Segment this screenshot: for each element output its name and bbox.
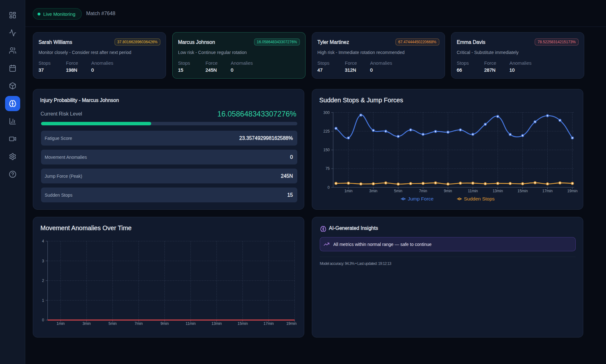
svg-text:75: 75 [325, 166, 330, 171]
svg-text:13min: 13min [492, 189, 503, 193]
svg-text:0: 0 [42, 318, 44, 322]
svg-text:0: 0 [327, 185, 330, 190]
svg-text:7min: 7min [134, 321, 143, 325]
svg-text:225: 225 [323, 129, 330, 134]
svg-text:150: 150 [323, 148, 330, 152]
svg-text:9min: 9min [161, 321, 169, 325]
svg-text:15min: 15min [237, 321, 248, 325]
svg-text:17min: 17min [264, 321, 274, 325]
svg-text:1min: 1min [344, 189, 352, 193]
svg-text:1: 1 [42, 298, 44, 302]
svg-text:19min: 19min [567, 189, 578, 193]
svg-text:1min: 1min [56, 321, 65, 325]
svg-text:19min: 19min [286, 321, 297, 325]
svg-text:5min: 5min [109, 321, 117, 325]
svg-text:11min: 11min [468, 189, 478, 193]
svg-text:5min: 5min [394, 189, 402, 193]
svg-text:9min: 9min [444, 189, 452, 193]
svg-text:2: 2 [42, 278, 44, 283]
svg-text:17min: 17min [542, 189, 553, 193]
svg-text:7min: 7min [419, 189, 427, 193]
svg-text:13min: 13min [211, 321, 222, 325]
svg-text:300: 300 [323, 110, 330, 115]
svg-text:3min: 3min [369, 189, 377, 193]
svg-text:3: 3 [42, 259, 44, 263]
svg-text:4: 4 [42, 239, 44, 243]
svg-text:3min: 3min [82, 321, 91, 325]
svg-text:15min: 15min [517, 189, 528, 193]
svg-text:11min: 11min [186, 321, 196, 325]
